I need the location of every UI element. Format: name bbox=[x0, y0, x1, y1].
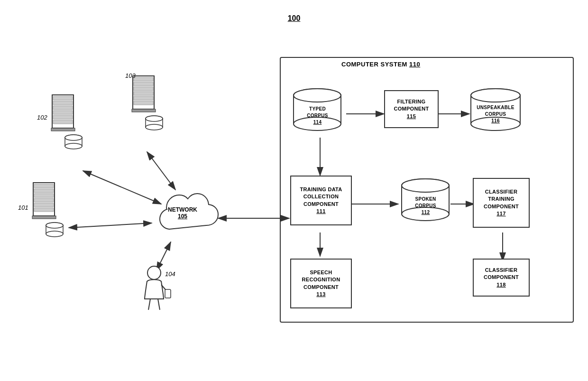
network-label: NETWORK bbox=[168, 206, 197, 213]
classifier-component-number: 118 bbox=[496, 281, 505, 288]
diagram-container: 100 COMPUTER SYSTEM 110 bbox=[0, 0, 588, 381]
label-104: 104 bbox=[165, 270, 175, 278]
svg-rect-43 bbox=[134, 92, 153, 95]
svg-point-38 bbox=[65, 135, 82, 140]
svg-rect-16 bbox=[34, 184, 54, 188]
svg-point-59 bbox=[294, 89, 341, 102]
svg-line-53 bbox=[158, 299, 160, 310]
svg-rect-32 bbox=[53, 115, 73, 119]
svg-point-67 bbox=[402, 179, 449, 192]
spoken-corpus: SPOKENCORPUS 112 bbox=[398, 178, 453, 223]
typed-corpus-number: 114 bbox=[290, 119, 345, 126]
classifier-component-label: CLASSIFIERCOMPONENT bbox=[484, 267, 519, 281]
svg-rect-20 bbox=[34, 203, 54, 207]
classifier-training-component: CLASSIFIERTRAININGCOMPONENT 117 bbox=[473, 178, 530, 228]
label-103: 103 bbox=[125, 72, 136, 79]
classifier-training-label: CLASSIFIERTRAININGCOMPONENT bbox=[484, 188, 519, 210]
svg-rect-40 bbox=[134, 77, 153, 81]
svg-rect-17 bbox=[34, 189, 54, 193]
svg-point-25 bbox=[46, 231, 63, 237]
spoken-corpus-number: 112 bbox=[398, 209, 453, 216]
svg-line-52 bbox=[148, 299, 150, 310]
svg-rect-34 bbox=[51, 128, 75, 131]
svg-point-49 bbox=[146, 124, 163, 130]
typed-corpus: TYPEDCORPUS 114 bbox=[290, 88, 345, 133]
svg-rect-29 bbox=[53, 101, 73, 105]
svg-rect-45 bbox=[134, 101, 153, 105]
svg-rect-22 bbox=[32, 216, 56, 219]
server-101 bbox=[28, 180, 66, 237]
svg-rect-46 bbox=[132, 109, 156, 112]
training-data-number: 111 bbox=[316, 208, 325, 215]
server-102 bbox=[47, 93, 85, 149]
svg-rect-55 bbox=[165, 289, 171, 298]
filtering-component: FILTERINGCOMPONENT 115 bbox=[384, 90, 439, 128]
filtering-label: FILTERINGCOMPONENT bbox=[394, 98, 429, 113]
unspeakable-corpus-number: 116 bbox=[467, 118, 524, 124]
svg-rect-31 bbox=[53, 111, 73, 114]
svg-rect-30 bbox=[53, 106, 73, 110]
speech-recognition-component: SPEECHRECOGNITIONCOMPONENT 113 bbox=[290, 259, 352, 308]
svg-line-4 bbox=[147, 152, 175, 190]
svg-rect-33 bbox=[53, 120, 73, 124]
server-103 bbox=[128, 74, 166, 130]
training-data-component: TRAINING DATACOLLECTIONCOMPONENT 111 bbox=[290, 176, 352, 225]
svg-rect-19 bbox=[34, 198, 54, 202]
speech-recognition-number: 113 bbox=[316, 291, 325, 298]
network-cloud: NETWORK 105 bbox=[140, 185, 225, 242]
svg-rect-42 bbox=[134, 87, 153, 91]
computer-system-label: COMPUTER SYSTEM 110 bbox=[341, 61, 420, 68]
classifier-component: CLASSIFIERCOMPONENT 118 bbox=[473, 259, 530, 297]
label-101: 101 bbox=[18, 204, 28, 211]
svg-point-26 bbox=[46, 223, 63, 228]
svg-point-51 bbox=[147, 266, 161, 279]
svg-rect-41 bbox=[134, 82, 153, 86]
svg-rect-28 bbox=[53, 96, 73, 100]
svg-point-63 bbox=[471, 89, 520, 102]
svg-rect-44 bbox=[134, 96, 153, 100]
classifier-training-number: 117 bbox=[496, 210, 505, 217]
label-102: 102 bbox=[37, 114, 47, 121]
filtering-number: 115 bbox=[407, 113, 416, 120]
svg-rect-21 bbox=[34, 208, 54, 212]
typed-corpus-label: TYPEDCORPUS bbox=[290, 106, 345, 119]
svg-point-50 bbox=[146, 116, 163, 121]
svg-rect-18 bbox=[34, 194, 54, 197]
diagram-title: 100 bbox=[288, 14, 301, 23]
network-number: 105 bbox=[168, 213, 197, 220]
spoken-corpus-label: SPOKENCORPUS bbox=[398, 196, 453, 209]
speech-recognition-label: SPEECHRECOGNITIONCOMPONENT bbox=[302, 269, 340, 291]
svg-line-5 bbox=[69, 223, 152, 228]
unspeakable-corpus: UNSPEAKABLECORPUS 116 bbox=[467, 88, 524, 133]
unspeakable-corpus-label: UNSPEAKABLECORPUS bbox=[467, 104, 524, 118]
svg-point-37 bbox=[65, 143, 82, 149]
training-data-label: TRAINING DATACOLLECTIONCOMPONENT bbox=[300, 186, 342, 208]
